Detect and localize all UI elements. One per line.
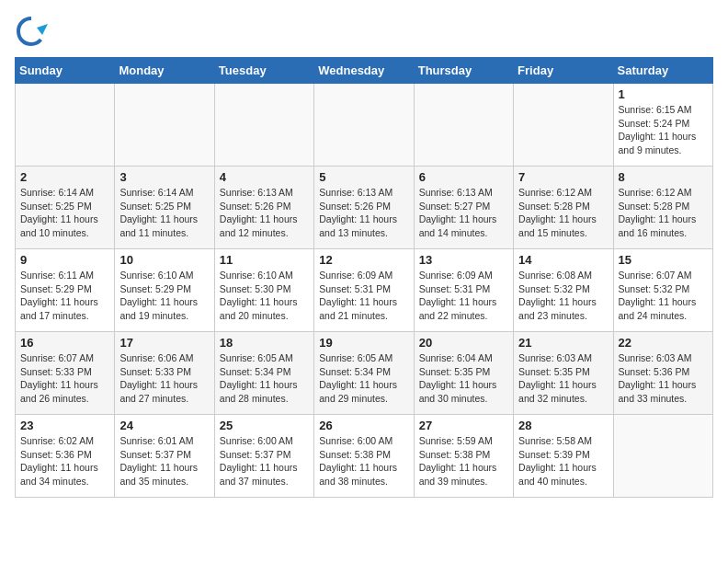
calendar-day: 25Sunrise: 6:00 AM Sunset: 5:37 PM Dayli…: [214, 415, 313, 498]
day-info: Sunrise: 6:07 AM Sunset: 5:33 PM Dayligh…: [20, 351, 109, 406]
day-info: Sunrise: 6:12 AM Sunset: 5:28 PM Dayligh…: [518, 186, 608, 240]
day-info: Sunrise: 6:03 AM Sunset: 5:35 PM Dayligh…: [518, 351, 608, 406]
calendar-day: [314, 84, 414, 167]
calendar-day: 14Sunrise: 6:08 AM Sunset: 5:32 PM Dayli…: [514, 249, 613, 332]
weekday-header-wednesday: Wednesday: [314, 58, 414, 84]
day-number: 2: [20, 170, 109, 184]
day-info: Sunrise: 6:09 AM Sunset: 5:31 PM Dayligh…: [319, 269, 408, 323]
calendar-header-row: SundayMondayTuesdayWednesdayThursdayFrid…: [16, 58, 713, 84]
day-info: Sunrise: 6:03 AM Sunset: 5:36 PM Dayligh…: [619, 351, 708, 406]
weekday-header-friday: Friday: [514, 58, 613, 84]
calendar-day: 22Sunrise: 6:03 AM Sunset: 5:36 PM Dayli…: [613, 332, 712, 415]
logo-icon: [15, 15, 48, 48]
day-number: 18: [220, 336, 309, 350]
calendar-day: 13Sunrise: 6:09 AM Sunset: 5:31 PM Dayli…: [414, 249, 513, 332]
day-number: 9: [20, 253, 109, 267]
day-number: 14: [518, 253, 608, 267]
day-number: 8: [619, 170, 708, 184]
day-number: 11: [220, 253, 309, 267]
calendar-day: 4Sunrise: 6:13 AM Sunset: 5:26 PM Daylig…: [214, 167, 313, 249]
calendar-day: 6Sunrise: 6:13 AM Sunset: 5:27 PM Daylig…: [414, 167, 513, 249]
calendar-day: 16Sunrise: 6:07 AM Sunset: 5:33 PM Dayli…: [16, 332, 115, 415]
day-number: 23: [20, 419, 109, 432]
day-info: Sunrise: 6:13 AM Sunset: 5:26 PM Dayligh…: [319, 186, 408, 240]
day-number: 16: [20, 336, 109, 350]
day-number: 1: [619, 87, 708, 101]
calendar-day: 7Sunrise: 6:12 AM Sunset: 5:28 PM Daylig…: [514, 167, 613, 249]
day-number: 15: [619, 253, 708, 267]
day-number: 7: [518, 170, 608, 184]
calendar-day: 20Sunrise: 6:04 AM Sunset: 5:35 PM Dayli…: [414, 332, 513, 415]
day-number: 13: [419, 253, 508, 267]
day-info: Sunrise: 6:01 AM Sunset: 5:37 PM Dayligh…: [119, 434, 209, 488]
day-number: 3: [119, 170, 209, 184]
day-info: Sunrise: 5:59 AM Sunset: 5:38 PM Dayligh…: [419, 434, 508, 488]
weekday-header-monday: Monday: [115, 58, 214, 84]
day-info: Sunrise: 6:06 AM Sunset: 5:33 PM Dayligh…: [119, 351, 209, 406]
day-number: 22: [619, 336, 708, 350]
day-number: 6: [419, 170, 508, 184]
day-number: 12: [319, 253, 408, 267]
page-header: [15, 15, 713, 48]
calendar-week-5: 23Sunrise: 6:02 AM Sunset: 5:36 PM Dayli…: [16, 415, 713, 498]
calendar-day: 11Sunrise: 6:10 AM Sunset: 5:30 PM Dayli…: [214, 249, 313, 332]
day-number: 28: [518, 419, 608, 432]
day-info: Sunrise: 6:04 AM Sunset: 5:35 PM Dayligh…: [419, 351, 508, 406]
calendar-day: 10Sunrise: 6:10 AM Sunset: 5:29 PM Dayli…: [115, 249, 214, 332]
calendar-day: [613, 415, 712, 498]
day-info: Sunrise: 6:13 AM Sunset: 5:27 PM Dayligh…: [419, 186, 508, 240]
day-info: Sunrise: 6:09 AM Sunset: 5:31 PM Dayligh…: [419, 269, 508, 323]
calendar-day: 9Sunrise: 6:11 AM Sunset: 5:29 PM Daylig…: [16, 249, 115, 332]
calendar-day: 5Sunrise: 6:13 AM Sunset: 5:26 PM Daylig…: [314, 167, 414, 249]
calendar-day: 26Sunrise: 6:00 AM Sunset: 5:38 PM Dayli…: [314, 415, 414, 498]
calendar-day: 17Sunrise: 6:06 AM Sunset: 5:33 PM Dayli…: [115, 332, 214, 415]
day-info: Sunrise: 6:00 AM Sunset: 5:37 PM Dayligh…: [220, 434, 309, 488]
day-number: 10: [119, 253, 209, 267]
calendar-day: [115, 84, 214, 167]
calendar-day: [414, 84, 513, 167]
day-info: Sunrise: 6:10 AM Sunset: 5:29 PM Dayligh…: [119, 269, 209, 323]
day-info: Sunrise: 6:05 AM Sunset: 5:34 PM Dayligh…: [220, 351, 309, 406]
day-info: Sunrise: 5:58 AM Sunset: 5:39 PM Dayligh…: [518, 434, 608, 488]
calendar-day: 2Sunrise: 6:14 AM Sunset: 5:25 PM Daylig…: [16, 167, 115, 249]
calendar-day: 23Sunrise: 6:02 AM Sunset: 5:36 PM Dayli…: [16, 415, 115, 498]
day-number: 27: [419, 419, 508, 432]
calendar-day: 21Sunrise: 6:03 AM Sunset: 5:35 PM Dayli…: [514, 332, 613, 415]
calendar-day: 15Sunrise: 6:07 AM Sunset: 5:32 PM Dayli…: [613, 249, 712, 332]
day-info: Sunrise: 6:00 AM Sunset: 5:38 PM Dayligh…: [319, 434, 408, 488]
weekday-header-saturday: Saturday: [613, 58, 712, 84]
calendar-day: [214, 84, 313, 167]
calendar-week-4: 16Sunrise: 6:07 AM Sunset: 5:33 PM Dayli…: [16, 332, 713, 415]
calendar-week-1: 1Sunrise: 6:15 AM Sunset: 5:24 PM Daylig…: [16, 84, 713, 167]
calendar-week-3: 9Sunrise: 6:11 AM Sunset: 5:29 PM Daylig…: [16, 249, 713, 332]
calendar-day: [514, 84, 613, 167]
calendar-day: 18Sunrise: 6:05 AM Sunset: 5:34 PM Dayli…: [214, 332, 313, 415]
day-info: Sunrise: 6:15 AM Sunset: 5:24 PM Dayligh…: [619, 103, 708, 157]
day-number: 19: [319, 336, 408, 350]
day-info: Sunrise: 6:14 AM Sunset: 5:25 PM Dayligh…: [20, 186, 109, 240]
day-info: Sunrise: 6:05 AM Sunset: 5:34 PM Dayligh…: [319, 351, 408, 406]
day-info: Sunrise: 6:10 AM Sunset: 5:30 PM Dayligh…: [220, 269, 309, 323]
calendar-day: 28Sunrise: 5:58 AM Sunset: 5:39 PM Dayli…: [514, 415, 613, 498]
calendar-day: 8Sunrise: 6:12 AM Sunset: 5:28 PM Daylig…: [613, 167, 712, 249]
day-number: 17: [119, 336, 209, 350]
calendar-week-2: 2Sunrise: 6:14 AM Sunset: 5:25 PM Daylig…: [16, 167, 713, 249]
calendar-day: 1Sunrise: 6:15 AM Sunset: 5:24 PM Daylig…: [613, 84, 712, 167]
calendar-day: 27Sunrise: 5:59 AM Sunset: 5:38 PM Dayli…: [414, 415, 513, 498]
day-info: Sunrise: 6:11 AM Sunset: 5:29 PM Dayligh…: [20, 269, 109, 323]
day-info: Sunrise: 6:08 AM Sunset: 5:32 PM Dayligh…: [518, 269, 608, 323]
day-info: Sunrise: 6:02 AM Sunset: 5:36 PM Dayligh…: [20, 434, 109, 488]
calendar-day: [16, 84, 115, 167]
calendar-day: 24Sunrise: 6:01 AM Sunset: 5:37 PM Dayli…: [115, 415, 214, 498]
weekday-header-sunday: Sunday: [16, 58, 115, 84]
day-number: 5: [319, 170, 408, 184]
weekday-header-tuesday: Tuesday: [214, 58, 313, 84]
day-info: Sunrise: 6:07 AM Sunset: 5:32 PM Dayligh…: [619, 269, 708, 323]
day-info: Sunrise: 6:12 AM Sunset: 5:28 PM Dayligh…: [619, 186, 708, 240]
day-number: 26: [319, 419, 408, 432]
calendar-day: 19Sunrise: 6:05 AM Sunset: 5:34 PM Dayli…: [314, 332, 414, 415]
day-number: 4: [220, 170, 309, 184]
day-info: Sunrise: 6:13 AM Sunset: 5:26 PM Dayligh…: [220, 186, 309, 240]
calendar-table: SundayMondayTuesdayWednesdayThursdayFrid…: [15, 57, 713, 498]
logo: [15, 15, 51, 48]
